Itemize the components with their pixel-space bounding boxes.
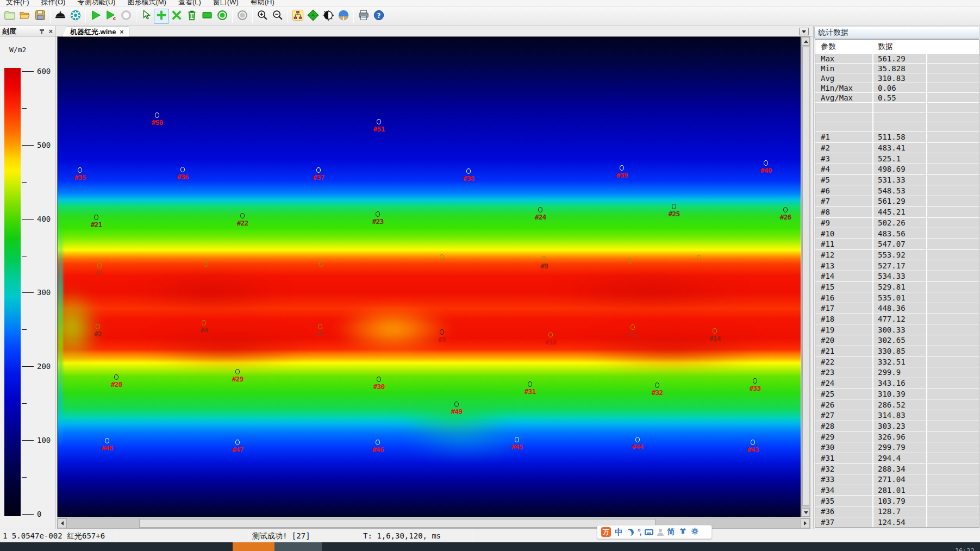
horizontal-scroll-thumb[interactable] [139,519,656,528]
delete-point-button[interactable] [169,9,184,24]
scroll-left-button[interactable] [58,518,67,528]
delete-all-button[interactable] [184,9,199,24]
windows-taskbar[interactable]: 16:22 [0,542,980,551]
stats-row[interactable]: #20302.65 [815,335,979,346]
menu-operate[interactable]: 操作(O) [35,0,72,7]
help-button[interactable]: ? [371,9,386,24]
stats-row[interactable]: Min/Max0.06 [815,83,979,93]
close-icon[interactable]: × [48,29,53,34]
stats-row[interactable]: #6548.53 [815,185,979,196]
stats-row[interactable]: #30299.79 [815,442,979,453]
stats-row[interactable]: #23299.9 [815,367,979,378]
stats-row[interactable]: #37124.54 [815,517,979,528]
stats-row[interactable]: #2483.41 [815,143,979,154]
stats-row[interactable]: #18477.12 [815,314,979,325]
disabled-roi-button[interactable] [235,9,250,24]
stats-row[interactable]: #10483.56 [815,228,979,239]
stats-row[interactable]: #19300.33 [815,324,979,335]
stats-row[interactable]: #13527.17 [815,260,979,271]
stats-table-header[interactable]: 参数 数据 [815,40,979,54]
stats-row[interactable]: #17448.36 [815,303,979,314]
stats-row[interactable]: #8445.21 [815,207,979,218]
vertical-scroll-thumb[interactable] [802,47,809,506]
stats-row[interactable]: #1511.58 [815,132,979,143]
stats-row[interactable]: Max561.29 [815,54,979,64]
stats-row[interactable] [815,103,979,112]
vertical-scrollbar[interactable] [801,36,810,517]
stats-row[interactable]: #16535.01 [815,292,979,303]
stats-row[interactable]: #25310.39 [815,389,979,400]
stats-row[interactable]: #34281.01 [815,485,979,496]
select-tool-button[interactable] [139,9,154,24]
stats-row[interactable]: #12553.92 [815,250,979,261]
taskbar-item[interactable] [274,542,322,551]
run-continuous-button[interactable]: c [103,9,118,24]
stats-row[interactable]: #3525.1 [815,153,979,164]
menu-file[interactable]: 文件(F) [0,0,35,7]
stats-row[interactable]: #15529.81 [815,282,979,293]
scroll-down-button[interactable] [802,508,810,517]
scroll-right-button[interactable] [801,518,810,528]
stats-row[interactable]: #31294.4 [815,453,979,464]
scroll-up-button[interactable] [802,37,810,46]
keyboard-icon[interactable] [645,529,653,535]
stats-row[interactable]: Avg310.83 [815,73,979,83]
stats-row[interactable]: #5531.33 [815,175,979,186]
topology-button[interactable] [290,9,305,24]
mesh-button[interactable] [305,9,321,24]
print-button[interactable] [356,9,371,24]
tab-active[interactable]: 机器红光.wine × [63,27,129,36]
scene-button[interactable] [336,9,351,24]
new-file-button[interactable] [2,9,17,24]
stats-row[interactable]: Avg/Max0.55 [815,93,979,103]
account-icon[interactable] [657,529,664,536]
stats-row[interactable] [815,122,979,132]
menu-special-functions[interactable]: 专测功能(U) [71,0,121,7]
calibrate-button[interactable] [53,9,68,24]
zoom-in-button[interactable] [255,9,270,24]
skin-icon[interactable] [679,527,687,537]
save-button[interactable] [33,9,48,24]
pin-icon[interactable] [39,29,45,34]
stats-row[interactable]: #4498.69 [815,164,979,175]
heatmap-canvas[interactable]: #50#51#35#36#37#38#39#40#21#22#23#24#25#… [57,36,801,517]
voice-icon[interactable]: °, [638,528,641,536]
stats-row[interactable]: #36128.7 [815,506,979,517]
menu-help[interactable]: 帮助(H) [245,0,280,7]
taskbar-active-item[interactable] [233,542,274,551]
ime-simplified-toggle[interactable]: 简 [667,527,675,537]
ime-settings-gear-icon[interactable] [691,527,699,537]
stats-row[interactable]: #35103.79 [815,496,979,506]
zoom-out-button[interactable] [270,9,285,24]
stats-row[interactable]: #27314.83 [815,410,979,421]
rect-roi-button[interactable] [199,9,215,24]
ime-logo-icon[interactable]: 万 [601,527,611,537]
tab-list-dropdown-button[interactable] [799,28,809,35]
stats-row[interactable]: #11547.07 [815,239,979,250]
open-file-button[interactable] [17,9,33,24]
stats-row[interactable]: #21330.85 [815,346,979,357]
stats-row[interactable]: #26286.52 [815,399,979,410]
stats-row[interactable]: #33271.04 [815,474,979,485]
stats-row[interactable]: Min35.828 [815,64,979,73]
stats-row[interactable]: #24343.16 [815,378,979,389]
stats-row[interactable]: #22332.51 [815,356,979,367]
run-button[interactable] [88,9,103,24]
menu-graph-mode[interactable]: 图形模式(M) [121,0,172,7]
stats-row[interactable]: #7561.29 [815,196,979,207]
stats-row[interactable]: #32288.34 [815,464,979,474]
settings-button[interactable] [68,9,83,24]
ellipse-roi-button[interactable] [215,9,230,24]
stats-row[interactable]: #28303.23 [815,421,979,432]
contrast-button[interactable] [321,9,336,24]
ime-mode-toggle[interactable]: 中 [615,527,623,537]
stop-button[interactable] [118,9,134,24]
stats-row[interactable]: #9502.26 [815,218,979,229]
moon-icon[interactable] [627,529,634,536]
menu-window[interactable]: 窗口(W) [207,0,245,7]
stats-row[interactable]: #14534.33 [815,271,979,282]
menu-view[interactable]: 查看(L) [172,0,207,7]
add-point-button[interactable] [154,9,169,24]
tab-close-icon[interactable]: × [120,28,124,36]
stats-row[interactable] [815,112,979,122]
